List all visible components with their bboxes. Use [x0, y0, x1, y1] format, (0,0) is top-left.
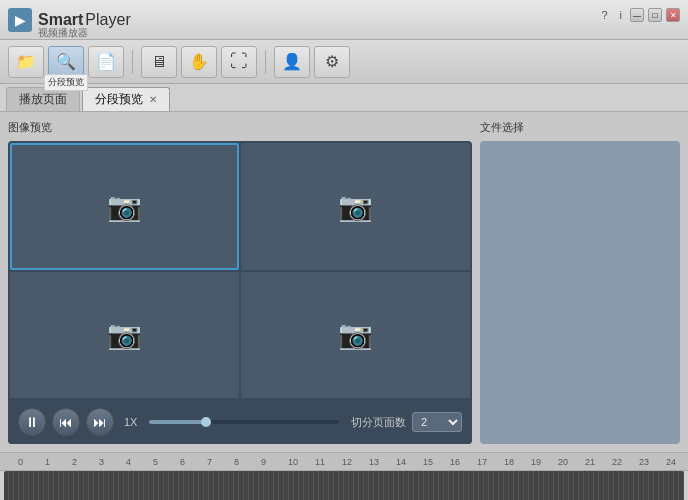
timeline-mark-3: 3	[99, 457, 126, 467]
settings-icon: ⚙	[325, 52, 339, 71]
video-grid: 📷 📷 📷 📷	[8, 141, 472, 400]
pause-icon: ⏸	[25, 414, 39, 430]
fullscreen-icon: ⛶	[230, 51, 248, 72]
video-grid-container: 📷 📷 📷 📷 ⏸ ⏮ ⏭	[8, 141, 472, 444]
export-btn[interactable]: 📄	[88, 46, 124, 78]
close-btn[interactable]: ✕	[666, 8, 680, 22]
timeline-mark-18: 18	[504, 457, 531, 467]
app-subtitle: 视频播放器	[38, 26, 88, 40]
timeline-section: 0123456789101112131415161718192021222324…	[0, 452, 688, 500]
progress-bar[interactable]	[149, 420, 339, 424]
info-btn[interactable]: i	[616, 8, 626, 22]
tab-close-icon[interactable]: ✕	[149, 94, 157, 105]
tab-segment[interactable]: 分段预览 ✕	[82, 87, 170, 111]
prev-btn[interactable]: ⏮	[52, 408, 80, 436]
fullscreen-btn[interactable]: ⛶	[221, 46, 257, 78]
right-panel: 文件选择	[480, 120, 680, 444]
split-select[interactable]: 1 2 4	[412, 412, 462, 432]
panel-title-left: 图像预览	[8, 120, 472, 135]
camera-icon-1: 📷	[107, 190, 142, 223]
main-content: 图像预览 📷 📷 📷 📷 ⏸	[0, 112, 688, 452]
video-cell-4[interactable]: 📷	[241, 272, 470, 399]
controls-bar: ⏸ ⏮ ⏭ 1X 切分页面数 1 2 4	[8, 400, 472, 444]
timeline-mark-0: 0	[18, 457, 45, 467]
timeline-mark-15: 15	[423, 457, 450, 467]
timeline-mark-17: 17	[477, 457, 504, 467]
timeline-mark-2: 2	[72, 457, 99, 467]
settings-btn[interactable]: ⚙	[314, 46, 350, 78]
tab-playback-label: 播放页面	[19, 91, 67, 108]
app-icon: ▶	[8, 8, 32, 32]
timeline-mark-4: 4	[126, 457, 153, 467]
video-cell-3[interactable]: 📷	[10, 272, 239, 399]
user-icon: 👤	[282, 52, 302, 71]
timeline-mark-10: 10	[288, 457, 315, 467]
camera-icon-3: 📷	[107, 318, 142, 351]
minimize-btn[interactable]: —	[630, 8, 644, 22]
timeline-mark-22: 22	[612, 457, 639, 467]
hand-icon: ✋	[189, 52, 209, 71]
next-icon: ⏭	[93, 414, 107, 430]
panel-title-right: 文件选择	[480, 120, 680, 135]
timeline-mark-9: 9	[261, 457, 288, 467]
timeline-mark-23: 23	[639, 457, 666, 467]
maximize-btn[interactable]: □	[648, 8, 662, 22]
timeline-mark-7: 7	[207, 457, 234, 467]
left-panel: 图像预览 📷 📷 📷 📷 ⏸	[8, 120, 472, 444]
timeline-mark-13: 13	[369, 457, 396, 467]
folder-icon: 📁	[16, 52, 36, 71]
timeline-mark-14: 14	[396, 457, 423, 467]
video-cell-2[interactable]: 📷	[241, 143, 470, 270]
user-btn[interactable]: 👤	[274, 46, 310, 78]
hand-btn[interactable]: ✋	[181, 46, 217, 78]
title-controls: ? i — □ ✕	[597, 8, 680, 22]
title-bar: ▶ Smart Player 视频播放器 ? i — □ ✕	[0, 0, 688, 40]
prev-icon: ⏮	[59, 414, 73, 430]
speed-label: 1X	[124, 416, 137, 428]
split-label: 切分页面数	[351, 415, 406, 430]
tab-segment-label: 分段预览	[95, 91, 143, 108]
help-btn[interactable]: ?	[597, 8, 611, 22]
app-title-rest: Player	[85, 11, 130, 29]
timeline-mark-19: 19	[531, 457, 558, 467]
camera-icon-4: 📷	[338, 318, 373, 351]
search-icon: 🔍	[56, 52, 76, 71]
pause-btn[interactable]: ⏸	[18, 408, 46, 436]
timeline-mark-24: 24	[666, 457, 688, 467]
timeline-ruler: 0123456789101112131415161718192021222324	[0, 453, 688, 471]
progress-bar-fill	[149, 420, 206, 424]
search-btn[interactable]: 🔍 分段预览	[48, 46, 84, 78]
toolbar: 📁 🔍 分段预览 📄 🖥 ✋ ⛶ 👤 ⚙	[0, 40, 688, 84]
camera-icon-2: 📷	[338, 190, 373, 223]
open-folder-btn[interactable]: 📁	[8, 46, 44, 78]
timeline-mark-16: 16	[450, 457, 477, 467]
timeline-mark-21: 21	[585, 457, 612, 467]
export-icon: 📄	[96, 52, 116, 71]
toolbar-separator	[132, 50, 133, 74]
timeline-content[interactable]	[4, 471, 684, 500]
timeline-mark-20: 20	[558, 457, 585, 467]
timeline-mark-1: 1	[45, 457, 72, 467]
video-cell-1[interactable]: 📷	[10, 143, 239, 270]
tab-bar: 播放页面 分段预览 ✕	[0, 84, 688, 112]
tab-playback[interactable]: 播放页面	[6, 87, 80, 111]
timeline-mark-8: 8	[234, 457, 261, 467]
timeline-mark-6: 6	[180, 457, 207, 467]
timeline-mark-11: 11	[315, 457, 342, 467]
screen-btn[interactable]: 🖥	[141, 46, 177, 78]
progress-thumb[interactable]	[201, 417, 211, 427]
timeline-numbers: 0123456789101112131415161718192021222324	[18, 457, 688, 467]
next-btn[interactable]: ⏭	[86, 408, 114, 436]
search-btn-label: 分段预览	[44, 74, 88, 91]
screen-icon: 🖥	[151, 53, 167, 71]
file-select-area[interactable]	[480, 141, 680, 444]
toolbar-separator2	[265, 50, 266, 74]
timeline-pattern	[4, 471, 684, 500]
timeline-mark-12: 12	[342, 457, 369, 467]
timeline-mark-5: 5	[153, 457, 180, 467]
